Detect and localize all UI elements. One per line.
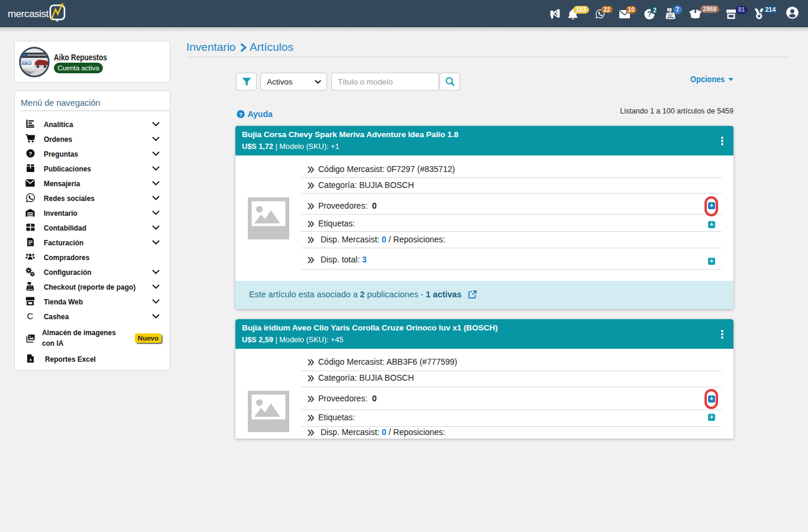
svg-text:?: ? — [239, 111, 243, 118]
svg-text:?: ? — [28, 150, 32, 157]
